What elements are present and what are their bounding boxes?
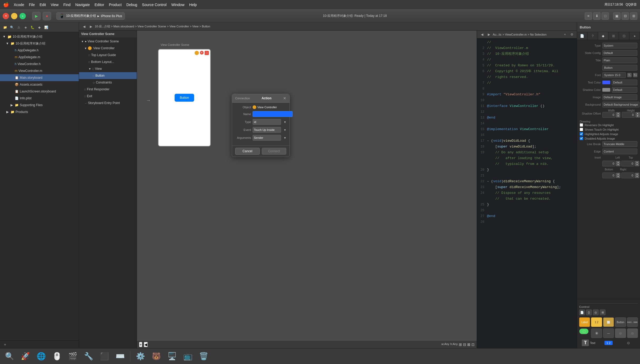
background-select[interactable]: Default Background Image xyxy=(602,102,639,107)
line-break-select[interactable]: Truncate Middle xyxy=(602,141,637,147)
forward-button[interactable]: ▶ xyxy=(88,24,94,29)
nav-test-icon[interactable]: ◈ xyxy=(23,24,28,30)
dock-bear[interactable]: 🐻 xyxy=(149,350,163,363)
add-view-button[interactable]: + xyxy=(139,342,142,347)
quick-help-tab[interactable]: ? xyxy=(588,32,598,40)
menu-xcode[interactable]: Xcode xyxy=(14,3,24,7)
menu-editor[interactable]: Editor xyxy=(95,3,104,7)
shows-touch-checkbox[interactable] xyxy=(580,128,583,131)
add-file-button[interactable]: + xyxy=(2,342,8,347)
arguments-select[interactable]: Sender xyxy=(253,135,281,141)
bottom-inset-input[interactable] xyxy=(602,173,616,178)
connect-button[interactable]: Connect xyxy=(262,148,286,155)
version-editor[interactable]: ⊞ xyxy=(630,12,637,20)
cancel-button[interactable]: Cancel xyxy=(235,148,260,155)
navigator-toggle[interactable]: ≡ xyxy=(585,12,592,20)
storyboard-canvas[interactable]: View Controller Scene ✕ □ Button → xyxy=(137,31,477,348)
window-minimize-button[interactable]: − xyxy=(11,13,17,19)
nav-item-plist[interactable]: 📄 Info.plist xyxy=(0,95,79,102)
ctrl-button-item[interactable]: Button xyxy=(615,317,626,327)
menu-navigate[interactable]: Navigate xyxy=(75,3,90,7)
top-up[interactable]: ▲ xyxy=(635,161,639,164)
shadow-width-down[interactable]: ▼ xyxy=(616,115,620,117)
ctrl-toggle-item[interactable]: ◯ xyxy=(579,328,589,334)
dock-keyboard[interactable]: ⌨️ xyxy=(113,350,127,363)
right-up[interactable]: ▲ xyxy=(635,173,639,175)
dock-terminal[interactable]: ⬛ xyxy=(97,350,111,363)
size-icon4[interactable]: ⊡ xyxy=(471,342,475,347)
shadow-color-swatch[interactable] xyxy=(602,88,610,92)
state-config-select[interactable]: Default xyxy=(602,50,637,56)
size-icon2[interactable]: ⊟ xyxy=(463,342,466,347)
ctrl-text-item[interactable]: T Text xyxy=(579,340,598,346)
ctrl-blue-active-item[interactable]: 1 2 xyxy=(599,341,618,345)
nav-item-products[interactable]: ▶ 📁 Products xyxy=(0,109,79,115)
nav-item-main-storyboard[interactable]: 📋 Main.storyboard xyxy=(0,74,79,81)
tree-button[interactable]: □ Button xyxy=(79,72,137,79)
nav-item-appdelegate-h[interactable]: h AppDelegate.h xyxy=(0,47,79,54)
nav-item-appdelegate-m[interactable]: m AppDelegate.m xyxy=(0,54,79,61)
ctrl-label-item[interactable]: Label xyxy=(579,317,590,327)
font-size-increase[interactable]: T+ xyxy=(633,73,637,77)
stop-button[interactable]: ■ xyxy=(43,12,51,20)
menu-product[interactable]: Product xyxy=(109,3,122,7)
tree-scene[interactable]: ▼ ● View Controller Scene xyxy=(79,38,137,45)
type-inspector-select[interactable]: System xyxy=(602,43,637,48)
top-down[interactable]: ▼ xyxy=(635,164,639,166)
identity-tab[interactable]: ◈ xyxy=(598,32,609,40)
attributes-tab[interactable]: ⊞ xyxy=(608,32,619,40)
right-down[interactable]: ▼ xyxy=(635,175,639,178)
menu-view[interactable]: View xyxy=(51,3,58,7)
editor-forward[interactable]: ▶ xyxy=(486,32,492,37)
shadow-height-input[interactable] xyxy=(622,112,635,118)
ctrl-yellow2-item[interactable]: ⬜ xyxy=(603,317,614,327)
dock-monitor[interactable]: 🖥️ xyxy=(165,350,179,363)
apple-menu[interactable]: 🍎 xyxy=(3,2,9,8)
edge-select[interactable]: Content xyxy=(602,149,637,154)
code-content[interactable]: // 2 // ViewController.m 3 // 10-应用程序对象介… xyxy=(477,38,577,348)
dialog-close-button[interactable]: ✕ xyxy=(283,96,286,100)
dock-tools[interactable]: 🔧 xyxy=(82,350,95,363)
menu-source-control[interactable]: Source Control xyxy=(142,3,166,7)
nav-breakpoint-icon[interactable]: ◆ xyxy=(36,24,42,30)
ctrl-target-icon[interactable]: ◎ xyxy=(593,309,599,315)
text-color-swatch[interactable] xyxy=(602,81,610,84)
standard-editor[interactable]: ▣ xyxy=(613,12,621,20)
dock-trash[interactable]: 🗑️ xyxy=(197,350,210,363)
tree-view[interactable]: ▼ □ View xyxy=(79,65,137,72)
menu-find[interactable]: Find xyxy=(63,3,70,7)
connections-tab[interactable]: ● xyxy=(629,32,640,40)
dock-finder[interactable]: 🔍 xyxy=(3,350,16,363)
dock-mouse[interactable]: 🖱️ xyxy=(50,350,64,363)
ctrl-gray2-item[interactable]: □ xyxy=(627,328,638,338)
menu-debug[interactable]: Debug xyxy=(126,3,137,7)
reverses-checkbox[interactable] xyxy=(580,123,583,127)
nav-warning-icon[interactable]: ⚠ xyxy=(16,24,22,30)
nav-prev-button[interactable]: ◀ xyxy=(144,342,148,347)
menu-edit[interactable]: Edit xyxy=(40,3,46,7)
tree-view-controller[interactable]: ▼ View Controller xyxy=(79,45,137,52)
tree-storyboard-entry[interactable]: → Storyboard Entry Point xyxy=(79,100,137,106)
nav-report-icon[interactable]: 📊 xyxy=(43,24,49,30)
dock-launchpad[interactable]: 🚀 xyxy=(18,350,32,363)
scheme-selector[interactable]: 📱 10-应用程序对象介绍 ▶ iPhone 6s Plus xyxy=(56,12,125,20)
menu-help[interactable]: Help xyxy=(189,3,197,7)
shadow-color-select[interactable]: Default xyxy=(612,87,637,93)
shadow-width-up[interactable]: ▲ xyxy=(616,112,620,115)
nav-item-launchscreen[interactable]: 📋 LaunchScreen.storyboard xyxy=(0,88,79,95)
nav-item-assets[interactable]: 📦 Assets.xcassets xyxy=(0,81,79,88)
ctrl-grid-icon[interactable]: ⊞ xyxy=(600,309,605,315)
event-select[interactable]: Touch Up Inside xyxy=(253,127,281,133)
tree-top-layout[interactable]: □ Top Layout Guide xyxy=(79,52,137,58)
right-inset-input[interactable] xyxy=(621,173,634,178)
nav-item-supporting-files[interactable]: ▶ 📁 Supporting Files xyxy=(0,102,79,109)
dock-camera[interactable]: 🎬 xyxy=(66,350,80,363)
left-down[interactable]: ▼ xyxy=(616,164,620,166)
storyboard-button-element[interactable]: Button xyxy=(175,94,194,102)
ctrl-switch-item[interactable]: ⊖ xyxy=(619,341,638,345)
window-maximize-button[interactable]: + xyxy=(19,13,26,19)
disabled-adjusts-checkbox[interactable] xyxy=(580,137,583,140)
ctrl-slider-item[interactable]: — xyxy=(603,328,614,338)
highlighted-adjusts-checkbox[interactable] xyxy=(580,132,583,136)
font-size-decrease[interactable]: T- xyxy=(627,73,632,77)
